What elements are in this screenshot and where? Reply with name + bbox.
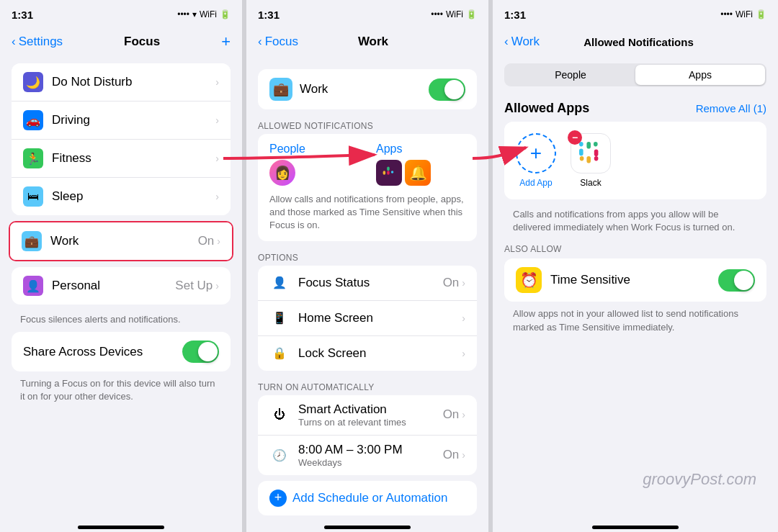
work-settings-content: 💼 Work ALLOWED NOTIFICATIONS People 👩 Ap… [246, 58, 488, 518]
time-row[interactable]: 🕗 8:00 AM – 3:00 PM Weekdays On › [258, 436, 477, 475]
fitness-label: Fitness [52, 151, 215, 166]
remove-slack-button[interactable]: − [568, 130, 582, 145]
driving-icon: 🚗 [23, 110, 43, 130]
lock-screen-chevron: › [462, 348, 465, 359]
home-indicator-3 [493, 518, 778, 532]
slack-app-entry: − [571, 133, 611, 188]
notif-app-icon-small: 🔔 [405, 160, 431, 186]
status-icons-2: •••• WiFi 🔋 [431, 9, 477, 19]
home-screen-label: Home Screen [298, 311, 462, 325]
add-app-circle-icon: + [516, 133, 556, 173]
back-label-2: Focus [265, 35, 298, 49]
svg-rect-11 [594, 156, 599, 161]
back-button-3[interactable]: ‹ Work [504, 35, 540, 49]
notif-tabs: People 👩 Apps [269, 143, 465, 186]
slack-app-icon-small [376, 160, 402, 186]
work-toggle-left: 💼 Work [269, 78, 328, 101]
back-button-1[interactable]: ‹ Settings [12, 35, 63, 49]
remove-all-button[interactable]: Remove All (1) [696, 102, 766, 114]
share-toggle[interactable] [182, 341, 219, 363]
people-tab-label: People [269, 143, 359, 155]
focus-status-value: On [443, 276, 460, 290]
home-bar-1 [78, 526, 164, 529]
time-icon: 🕗 [269, 445, 290, 465]
status-bar-2: 1:31 •••• WiFi 🔋 [246, 0, 488, 26]
allowed-apps-title: Allowed Apps [504, 101, 589, 116]
focus-item-fitness[interactable]: 🏃 Fitness › [12, 140, 231, 178]
time-label: 8:00 AM – 3:00 PM [298, 443, 443, 457]
segmented-control: People Apps [504, 63, 766, 86]
nav-bar-3: ‹ Work Allowed Notifications [493, 26, 778, 58]
time-sensitive-toggle[interactable] [718, 269, 755, 292]
personal-chevron: › [215, 280, 219, 292]
status-bar-1: 1:31 •••• ▾ WiFi 🔋 [0, 0, 242, 26]
apps-icons: 🔔 [376, 160, 465, 186]
time-chevron: › [462, 449, 465, 461]
add-schedule-button[interactable]: + Add Schedule or Automation [269, 490, 465, 507]
add-focus-button[interactable]: + [221, 32, 231, 51]
personal-icon: 👤 [23, 276, 43, 296]
people-notif[interactable]: People 👩 [269, 143, 359, 186]
smart-label: Smart Activation [298, 402, 443, 417]
svg-rect-1 [383, 171, 386, 175]
time-sub: Weekdays [298, 457, 443, 468]
allowed-apps-content: Allowed Apps Remove All (1) + Add App − [493, 92, 778, 518]
focus-item-sleep[interactable]: 🛏 Sleep › [12, 178, 231, 215]
fitness-icon: 🏃 [23, 148, 43, 168]
personal-label: Personal [52, 279, 175, 293]
back-label-1: Settings [19, 35, 63, 49]
home-screen-icon: 📱 [269, 308, 290, 328]
focus-item-personal[interactable]: 👤 Personal Set Up › [12, 267, 231, 305]
add-app-button[interactable]: + Add App [516, 133, 556, 188]
people-avatar: 👩 [269, 160, 295, 186]
back-chevron-1: ‹ [12, 35, 16, 49]
do-not-disturb-label: Do Not Disturb [52, 75, 215, 89]
driving-chevron: › [215, 114, 219, 126]
focus-footer: Focus silences alerts and notifications. [0, 310, 242, 332]
home-screen-row[interactable]: 📱 Home Screen › [258, 301, 477, 336]
section-auto: TURN ON AUTOMATICALLY [246, 377, 488, 395]
svg-rect-9 [594, 142, 598, 146]
nav-bar-2: ‹ Focus Work [246, 26, 488, 58]
svg-rect-4 [391, 171, 394, 173]
focus-status-chevron: › [462, 277, 465, 289]
svg-rect-13 [580, 156, 584, 161]
smart-activation-icon: ⏻ [269, 405, 290, 425]
status-bar-3: 1:31 •••• WiFi 🔋 [493, 0, 778, 26]
nav-bar-1: ‹ Settings Focus + [0, 26, 242, 58]
status-time-3: 1:31 [504, 9, 526, 21]
tab-apps[interactable]: Apps [635, 65, 765, 85]
focus-item-driving[interactable]: 🚗 Driving › [12, 102, 231, 140]
svg-rect-12 [586, 156, 591, 163]
home-indicator-1 [0, 518, 242, 532]
apps-grid: + Add App − [504, 122, 766, 199]
work-toggle[interactable] [429, 78, 465, 101]
add-schedule-card[interactable]: + Add Schedule or Automation [258, 481, 477, 515]
personal-card: 👤 Personal Set Up › [12, 267, 231, 305]
battery-icon-2: 🔋 [466, 9, 477, 19]
focus-item-do-not-disturb[interactable]: 🌙 Do Not Disturb › [12, 63, 231, 102]
sleep-icon: 🛏 [23, 186, 43, 207]
focus-status-row[interactable]: 👤 Focus Status On › [258, 266, 477, 301]
time-sensitive-row: ⏰ Time Sensitive [504, 258, 766, 302]
back-button-2[interactable]: ‹ Focus [258, 35, 298, 49]
status-time-2: 1:31 [258, 9, 280, 21]
focus-item-work[interactable]: 💼 Work On › [10, 222, 232, 260]
tab-people[interactable]: People [506, 65, 635, 85]
focus-list-content: 🌙 Do Not Disturb › 🚗 Driving › 🏃 Fitness… [0, 58, 242, 518]
time-sensitive-label: Time Sensitive [550, 273, 712, 287]
apps-notif[interactable]: Apps [376, 143, 465, 186]
lock-screen-row[interactable]: 🔒 Lock Screen › [258, 336, 477, 371]
watermark: groovyPost.com [643, 470, 756, 489]
smart-activation-row[interactable]: ⏻ Smart Activation Turns on at relevant … [258, 395, 477, 436]
fitness-chevron: › [215, 153, 219, 164]
smart-label-group: Smart Activation Turns on at relevant ti… [298, 402, 443, 428]
wifi-icon-3: WiFi [446, 9, 463, 19]
back-chevron-2: ‹ [258, 35, 262, 49]
time-label-group: 8:00 AM – 3:00 PM Weekdays [298, 443, 443, 468]
slack-label: Slack [580, 178, 601, 188]
panel-2-work-settings: 1:31 •••• WiFi 🔋 ‹ Focus Work 💼 Work ALL… [246, 0, 488, 532]
notif-desc: Allow calls and notifications from peopl… [269, 193, 465, 233]
apps-tab-label: Apps [376, 143, 465, 155]
svg-rect-2 [387, 167, 390, 171]
